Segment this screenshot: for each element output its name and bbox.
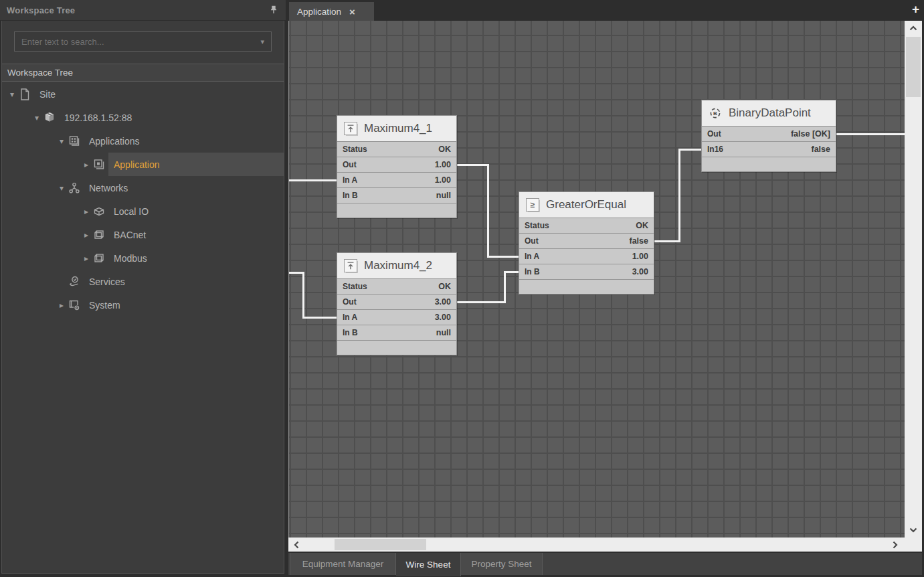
- wire-segment[interactable]: [289, 179, 337, 181]
- application-window-icon: [92, 158, 108, 171]
- block-binary-data-point[interactable]: B BinaryDataPoint Out false [OK] In16 fa…: [701, 100, 836, 172]
- vertical-scroll-thumb[interactable]: [906, 37, 921, 97]
- block-footer: [519, 280, 654, 294]
- expand-arrow-icon[interactable]: ▸: [56, 301, 68, 310]
- wire-segment[interactable]: [836, 133, 905, 135]
- scroll-down-button[interactable]: [905, 523, 922, 538]
- port-value: false [OK]: [791, 129, 830, 139]
- services-hand-check-icon: [68, 275, 84, 288]
- scroll-up-button[interactable]: [905, 21, 922, 35]
- tree-item-services[interactable]: Services: [2, 270, 284, 293]
- port-row-status[interactable]: Status OK: [337, 279, 456, 295]
- port-value: 3.00: [435, 297, 451, 307]
- port-row-in-b[interactable]: In B 3.00: [519, 264, 654, 280]
- wire-segment[interactable]: [678, 149, 703, 151]
- expand-arrow-icon[interactable]: ▾: [56, 137, 68, 146]
- system-window-gear-icon: [68, 299, 84, 312]
- tree-search-combobox[interactable]: ▾: [14, 31, 272, 52]
- tree-item-applications[interactable]: ▾ Applications: [2, 129, 284, 153]
- network-nodes-icon: [68, 181, 84, 195]
- block-footer: [337, 203, 456, 218]
- workspace-tree-panel: Workspace Tree ▾ Workspace Tree ▾ Site ▾: [0, 0, 286, 577]
- close-icon[interactable]: ×: [349, 7, 355, 17]
- port-label: In A: [525, 252, 632, 261]
- port-row-in-a[interactable]: In A 3.00: [337, 310, 456, 325]
- add-tab-button[interactable]: +: [912, 2, 919, 17]
- port-row-status[interactable]: Status OK: [337, 142, 456, 157]
- wire-segment[interactable]: [504, 271, 506, 303]
- wire-segment[interactable]: [504, 271, 520, 273]
- tree-section-label: Workspace Tree: [7, 68, 73, 78]
- scroll-right-button[interactable]: [887, 538, 903, 552]
- port-row-out[interactable]: Out false: [519, 234, 654, 249]
- block-maximum4-1[interactable]: Maximum4_1 Status OK Out 1.00 In A 1.00 …: [337, 115, 457, 218]
- port-row-in16[interactable]: In16 false: [702, 142, 836, 157]
- port-row-status[interactable]: Status OK: [519, 218, 654, 234]
- wire-segment[interactable]: [654, 240, 680, 242]
- wire-segment[interactable]: [487, 256, 519, 258]
- port-row-out[interactable]: Out 3.00: [337, 295, 456, 310]
- expand-arrow-icon[interactable]: ▸: [80, 254, 92, 263]
- scroll-left-button[interactable]: [288, 538, 304, 552]
- block-greater-or-equal[interactable]: ≥ GreaterOrEqual Status OK Out false In …: [519, 191, 654, 295]
- search-input[interactable]: [21, 37, 260, 47]
- wire-sheet-canvas[interactable]: Maximum4_1 Status OK Out 1.00 In A 1.00 …: [288, 21, 905, 538]
- port-label: Status: [343, 282, 438, 291]
- expand-arrow-icon[interactable]: ▾: [31, 113, 43, 122]
- wire-segment[interactable]: [456, 164, 489, 166]
- block-header[interactable]: Maximum4_1: [337, 116, 456, 142]
- wire-segment[interactable]: [678, 149, 680, 242]
- dropdown-caret-icon[interactable]: ▾: [260, 37, 264, 46]
- horizontal-scrollbar[interactable]: [288, 538, 922, 552]
- port-value: 3.00: [632, 267, 648, 276]
- port-label: Out: [525, 236, 630, 246]
- port-row-out[interactable]: Out false [OK]: [702, 127, 836, 142]
- expand-arrow-icon[interactable]: ▸: [80, 230, 92, 240]
- tree-item-networks[interactable]: ▾ Networks: [2, 176, 284, 199]
- port-label: In B: [343, 328, 436, 337]
- port-value: 1.00: [435, 175, 451, 185]
- tab-property-sheet[interactable]: Property Sheet: [461, 553, 543, 575]
- expand-arrow-icon[interactable]: ▾: [6, 90, 18, 99]
- port-row-in-b[interactable]: In B null: [337, 325, 456, 341]
- document-icon: [18, 88, 34, 101]
- tree-item-modbus[interactable]: ▸ Modbus: [2, 246, 284, 270]
- wire-segment[interactable]: [487, 164, 489, 258]
- tree-item-bacnet[interactable]: ▸ BACnet: [2, 223, 284, 246]
- tab-wire-sheet[interactable]: Wire Sheet: [396, 553, 461, 576]
- expand-arrow-icon[interactable]: ▸: [80, 160, 92, 169]
- port-row-out[interactable]: Out 1.00: [337, 157, 456, 173]
- tree-item-label: 192.168.1.52:88: [59, 112, 137, 123]
- vertical-scrollbar[interactable]: [905, 21, 922, 538]
- tab-application[interactable]: Application ×: [289, 2, 374, 21]
- tab-equipment-manager[interactable]: Equipment Manager: [290, 553, 396, 575]
- tree-item-controller[interactable]: ▾ 192.168.1.52:88: [2, 106, 284, 129]
- port-row-in-a[interactable]: In A 1.00: [519, 249, 654, 264]
- port-row-in-b[interactable]: In B null: [337, 188, 456, 203]
- block-maximum4-2[interactable]: Maximum4_2 Status OK Out 3.00 In A 3.00 …: [337, 252, 457, 355]
- block-title: Maximum4_1: [364, 122, 432, 135]
- port-row-in-a[interactable]: In A 1.00: [337, 173, 456, 188]
- tree-item-system[interactable]: ▸ System: [2, 293, 284, 317]
- tree-section-header: Workspace Tree: [2, 64, 284, 82]
- port-label: In B: [343, 191, 436, 200]
- port-value: 3.00: [435, 313, 451, 322]
- wire-segment[interactable]: [302, 272, 304, 319]
- tree-item-application[interactable]: ▸ Application: [2, 153, 284, 176]
- block-header[interactable]: Maximum4_2: [337, 253, 456, 279]
- horizontal-scroll-thumb[interactable]: [335, 539, 426, 550]
- wire-segment[interactable]: [456, 301, 506, 303]
- view-tab-bar: Equipment Manager Wire Sheet Property Sh…: [288, 552, 924, 577]
- block-header[interactable]: ≥ GreaterOrEqual: [519, 192, 654, 218]
- expand-arrow-icon[interactable]: ▾: [56, 183, 68, 193]
- tree-item-site[interactable]: ▾ Site: [2, 82, 284, 106]
- wire-segment[interactable]: [302, 317, 337, 319]
- pin-icon[interactable]: [268, 5, 279, 15]
- block-header[interactable]: B BinaryDataPoint: [702, 100, 836, 127]
- tree-item-label: Site: [34, 89, 61, 100]
- tree-item-local-io[interactable]: ▸ Local IO: [2, 199, 284, 223]
- tree-item-label: BACnet: [108, 230, 151, 240]
- expand-arrow-icon[interactable]: ▸: [80, 207, 92, 216]
- port-label: Out: [343, 297, 435, 307]
- workspace-tree: ▾ Site ▾ 192.168.1.52:88: [2, 82, 284, 317]
